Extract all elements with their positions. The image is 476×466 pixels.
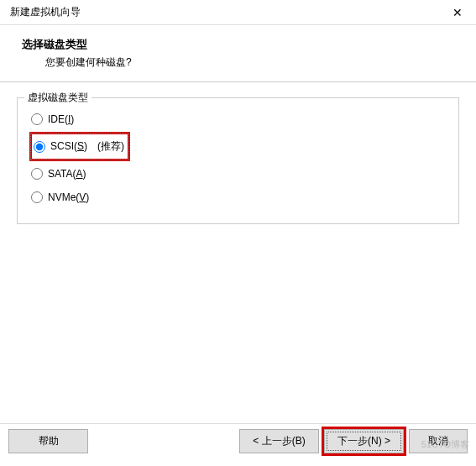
radio-label-sata: SATA(A) xyxy=(48,168,86,180)
close-icon[interactable]: ✕ xyxy=(447,6,468,19)
back-button[interactable]: < 上一步(B) xyxy=(239,429,319,453)
page-title: 选择磁盘类型 xyxy=(22,37,459,52)
radio-option-scsi[interactable]: SCSI(S) (推荐) xyxy=(32,134,128,159)
radio-sata[interactable] xyxy=(31,168,43,180)
radio-nvme[interactable] xyxy=(31,191,43,203)
highlight-next: 下一步(N) > xyxy=(322,427,406,456)
radio-scsi[interactable] xyxy=(34,141,45,153)
page-subtitle: 您要创建何种磁盘? xyxy=(22,55,459,70)
radio-label-ide: IDE(I) xyxy=(48,113,74,125)
footer-divider xyxy=(0,423,476,424)
button-bar: 帮助 < 上一步(B) 下一步(N) > 取消 xyxy=(0,427,476,456)
content-area: 虚拟磁盘类型 IDE(I) SCSI(S) (推荐) SATA(A) NVMe(… xyxy=(0,82,476,239)
titlebar: 新建虚拟机向导 ✕ xyxy=(0,0,476,25)
radio-option-sata[interactable]: SATA(A) xyxy=(29,163,447,185)
radio-label-scsi: SCSI(S) (推荐) xyxy=(50,139,124,154)
wizard-header: 选择磁盘类型 您要创建何种磁盘? xyxy=(0,25,476,82)
disk-type-fieldset: 虚拟磁盘类型 IDE(I) SCSI(S) (推荐) SATA(A) NVMe(… xyxy=(17,97,459,224)
highlight-scsi: SCSI(S) (推荐) xyxy=(29,132,130,161)
help-button[interactable]: 帮助 xyxy=(8,429,88,453)
cancel-button[interactable]: 取消 xyxy=(409,429,468,453)
radio-label-nvme: NVMe(V) xyxy=(48,191,89,203)
radio-option-ide[interactable]: IDE(I) xyxy=(29,108,447,130)
fieldset-legend: 虚拟磁盘类型 xyxy=(24,91,92,105)
radio-ide[interactable] xyxy=(31,113,43,125)
next-button[interactable]: 下一步(N) > xyxy=(324,429,404,453)
radio-option-nvme[interactable]: NVMe(V) xyxy=(29,186,447,208)
window-title: 新建虚拟机向导 xyxy=(10,5,81,19)
